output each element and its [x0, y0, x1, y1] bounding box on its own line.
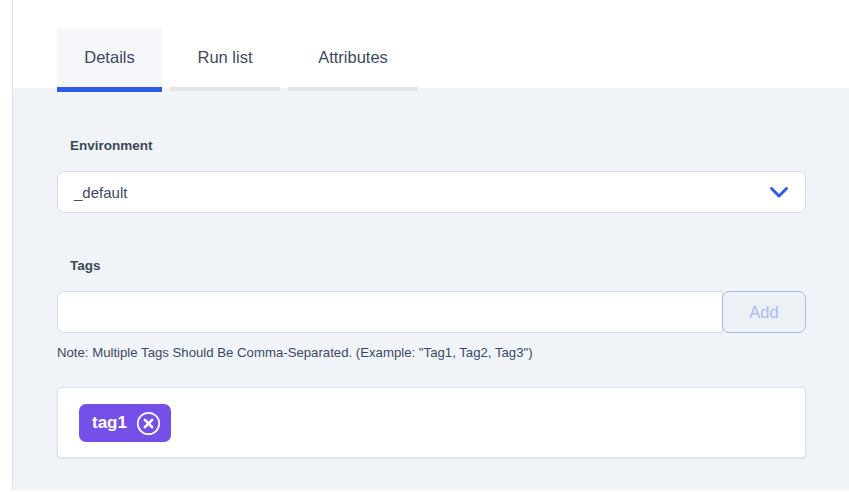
- environment-label: Environment: [70, 138, 153, 153]
- remove-tag-icon[interactable]: [136, 411, 161, 436]
- tab-attributes-underline: [288, 87, 418, 91]
- tags-label: Tags: [70, 258, 101, 273]
- tags-input-group: Add: [57, 291, 806, 333]
- tab-run-list-underline: [170, 87, 280, 91]
- environment-selected-value: _default: [74, 184, 127, 201]
- tab-details-active-underline: [57, 87, 162, 92]
- tag-chip: tag1: [79, 404, 171, 442]
- tab-details[interactable]: Details: [57, 28, 162, 87]
- tags-input[interactable]: [57, 291, 723, 333]
- tab-run-list[interactable]: Run list: [170, 28, 280, 87]
- tab-details-label: Details: [84, 48, 134, 67]
- environment-select[interactable]: _default: [57, 171, 806, 213]
- tag-chip-label: tag1: [92, 413, 127, 433]
- tags-list-container: tag1: [57, 387, 806, 458]
- add-tag-button[interactable]: Add: [722, 291, 806, 333]
- tab-run-list-label: Run list: [197, 48, 252, 67]
- details-panel: Details Run list Attributes Environment …: [0, 0, 849, 492]
- tags-note: Note: Multiple Tags Should Be Comma-Sepa…: [57, 345, 533, 360]
- tab-attributes-label: Attributes: [318, 48, 388, 67]
- tab-attributes[interactable]: Attributes: [288, 28, 418, 87]
- chevron-down-icon: [769, 186, 789, 199]
